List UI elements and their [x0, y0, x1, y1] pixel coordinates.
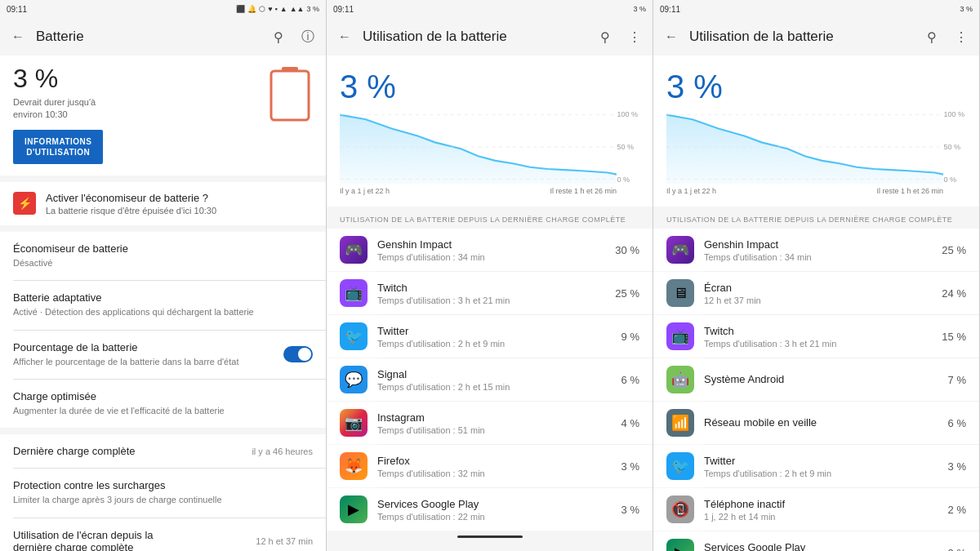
app-icon-genshin: 🎮 — [340, 236, 368, 264]
app-name: Système Android — [704, 373, 940, 385]
app-row[interactable]: 💬SignalTemps d'utilisation : 2 h et 15 m… — [327, 358, 653, 401]
sim-icon-1: ⬛ — [236, 5, 245, 13]
app-icon-twitter: 🐦 — [340, 322, 368, 350]
app-list-3[interactable]: 🎮Genshin ImpactTemps d'utilisation : 34 … — [653, 229, 979, 551]
back-button-1[interactable]: ← — [7, 25, 29, 48]
app-icon-signal: 💬 — [340, 366, 368, 393]
app-info: InstagramTemps d'utilisation : 51 min — [377, 411, 613, 435]
search-button-1[interactable]: ⚲ — [267, 25, 290, 48]
app-icon-genshin: 🎮 — [666, 236, 694, 264]
search-button-3[interactable]: ⚲ — [920, 25, 943, 48]
app-percent: 3 % — [940, 460, 966, 473]
app-row[interactable]: ▶Services Google PlayTemps d'utilisation… — [327, 488, 653, 531]
app-row[interactable]: 🐦TwitterTemps d'utilisation : 2 h et 9 m… — [327, 315, 653, 358]
setting-surcharge[interactable]: Protection contre les surcharges Limiter… — [0, 469, 326, 517]
app-detail: Temps d'utilisation : 2 h et 9 min — [704, 469, 940, 478]
app-info: TwitterTemps d'utilisation : 2 h et 9 mi… — [377, 325, 613, 349]
app-percent: 25 % — [940, 244, 966, 256]
help-button-1[interactable]: ⓘ — [296, 25, 319, 48]
chart-area-3: 100 % 50 % 0 % — [666, 110, 966, 184]
panel-battery: 09:11 ⬛ 🔔 ⬡ ♥ ▪ ▲ ▲▲ 3 % ← Batterie ⚲ ⓘ … — [0, 0, 327, 551]
percent-toggle[interactable] — [283, 346, 313, 362]
alert-title: Activer l'économiseur de batterie ? — [46, 192, 216, 204]
back-button-2[interactable]: ← — [333, 25, 356, 48]
app-percent: 15 % — [940, 331, 966, 343]
status-bar-3: 09:11 3 % — [653, 0, 979, 18]
time-3: 09:11 — [660, 5, 680, 14]
app-row[interactable]: 🦊FirefoxTemps d'utilisation : 32 min3 % — [327, 445, 653, 487]
usage-header-2: 3 % — [327, 56, 653, 207]
app-name: Téléphone inactif — [704, 498, 940, 510]
battery-icon-s3: 3 % — [960, 5, 973, 13]
wifi-icon-1: ▲ — [280, 5, 287, 13]
setting-percent-text: Pourcentage de la batterie Afficher le p… — [13, 341, 238, 368]
setting-last-charge: Dernière charge complète il y a 46 heure… — [0, 434, 326, 468]
app-row[interactable]: 🤖Système Android7 % — [653, 358, 979, 401]
app-list-2[interactable]: 🎮Genshin ImpactTemps d'utilisation : 34 … — [327, 229, 653, 551]
app-detail: Temps d'utilisation : 34 min — [377, 252, 613, 262]
setting-optimized[interactable]: Charge optimisée Augmenter la durée de v… — [0, 380, 326, 428]
battery-big-percent: 3 % — [13, 65, 103, 91]
setting-economy[interactable]: Économiseur de batterie Désactivé — [0, 232, 326, 280]
alert-row[interactable]: ⚡ Activer l'économiseur de batterie ? La… — [0, 182, 326, 225]
app-row[interactable]: 📷InstagramTemps d'utilisation : 51 min4 … — [327, 402, 653, 444]
app-row[interactable]: 🎮Genshin ImpactTemps d'utilisation : 34 … — [327, 229, 653, 271]
app-percent: 9 % — [613, 331, 639, 343]
panel-usage-2: 09:11 3 % ← Utilisation de la batterie ⚲… — [653, 0, 980, 551]
app-info: TwitchTemps d'utilisation : 3 h et 21 mi… — [377, 282, 613, 305]
settings-card: Économiseur de batterie Désactivé Batter… — [0, 232, 326, 429]
app-detail: 12 h et 37 min — [704, 295, 940, 305]
battery-icon-s1: 3 % — [306, 5, 319, 13]
app-detail: Temps d'utilisation : 2 h et 15 min — [377, 382, 613, 392]
setting-adaptive[interactable]: Batterie adaptative Activé · Détection d… — [0, 281, 326, 329]
app-name: Services Google Play — [377, 498, 613, 510]
setting-percent[interactable]: Pourcentage de la batterie Afficher le p… — [0, 331, 326, 379]
app-name: Twitch — [704, 325, 940, 337]
app-icon-instagram: 📷 — [340, 409, 368, 437]
app-percent: 3 % — [613, 460, 639, 473]
app-info: Genshin ImpactTemps d'utilisation : 34 m… — [704, 238, 940, 262]
notification-icon-1: 🔔 — [247, 5, 256, 13]
app-row[interactable]: ▶Services Google PlayTemps d'utilisation… — [653, 531, 979, 551]
chart-left-3: Il y a 1 j et 22 h — [666, 187, 716, 195]
app-detail: Temps d'utilisation : 32 min — [377, 469, 613, 478]
app-detail: 1 j, 22 h et 14 min — [704, 512, 940, 522]
app-detail: Temps d'utilisation : 3 h et 21 min — [377, 295, 613, 305]
scroll-indicator-2 — [457, 535, 523, 538]
more-button-2[interactable]: ⋮ — [623, 25, 646, 48]
top-bar-1: ← Batterie ⚲ ⓘ — [0, 18, 326, 56]
app-row[interactable]: 🎮Genshin ImpactTemps d'utilisation : 34 … — [653, 229, 979, 271]
section-label-2: UTILISATION DE LA BATTERIE DEPUIS LA DER… — [327, 207, 653, 229]
app-info: Système Android — [704, 373, 940, 387]
top-bar-2: ← Utilisation de la batterie ⚲ ⋮ — [327, 18, 653, 56]
chart-right-2: Il reste 1 h et 26 min — [550, 187, 617, 195]
app-row[interactable]: 🖥Écran12 h et 37 min24 % — [653, 272, 979, 314]
app-row[interactable]: 📵Téléphone inactif1 j, 22 h et 14 min2 % — [653, 488, 979, 531]
app-icon-gplay: ▶ — [666, 539, 694, 551]
settings-scroll[interactable]: Économiseur de batterie Désactivé Batter… — [0, 232, 326, 551]
usage-header-3: 3 % 100 % — [653, 56, 979, 207]
chart-labels-right-2: 100 % 50 % 0 % — [617, 110, 639, 184]
app-row[interactable]: 📺TwitchTemps d'utilisation : 3 h et 21 m… — [653, 315, 979, 358]
app-row[interactable]: 📶Réseau mobile en veille6 % — [653, 402, 979, 444]
chart-right-3: Il reste 1 h et 26 min — [876, 187, 943, 195]
app-row[interactable]: 🐦TwitterTemps d'utilisation : 2 h et 9 m… — [653, 445, 979, 487]
app-row[interactable]: 📺TwitchTemps d'utilisation : 3 h et 21 m… — [327, 272, 653, 314]
chart-left-2: Il y a 1 j et 22 h — [340, 187, 390, 195]
svg-rect-1 — [271, 71, 309, 120]
app-name: Écran — [704, 282, 940, 294]
app-detail: Temps d'utilisation : 34 min — [704, 252, 940, 262]
status-icons-1: ⬛ 🔔 ⬡ ♥ ▪ ▲ ▲▲ 3 % — [236, 5, 319, 13]
usage-percent-2: 3 % — [340, 69, 639, 105]
search-button-2[interactable]: ⚲ — [594, 25, 617, 48]
more-button-3[interactable]: ⋮ — [950, 25, 973, 48]
app-percent: 30 % — [613, 244, 639, 256]
app-detail: Temps d'utilisation : 22 min — [377, 512, 613, 522]
app-icon-twitch: 📺 — [666, 322, 694, 350]
info-usage-button[interactable]: INFORMATIONSD'UTILISATION — [13, 130, 103, 164]
back-button-3[interactable]: ← — [660, 25, 683, 48]
setting-screen-usage: Utilisation de l'écran depuis la dernièr… — [0, 518, 326, 551]
status-icons-2: 3 % — [633, 5, 646, 13]
time-1: 09:11 — [7, 5, 27, 14]
app-icon-screen: 🖥 — [666, 279, 694, 307]
